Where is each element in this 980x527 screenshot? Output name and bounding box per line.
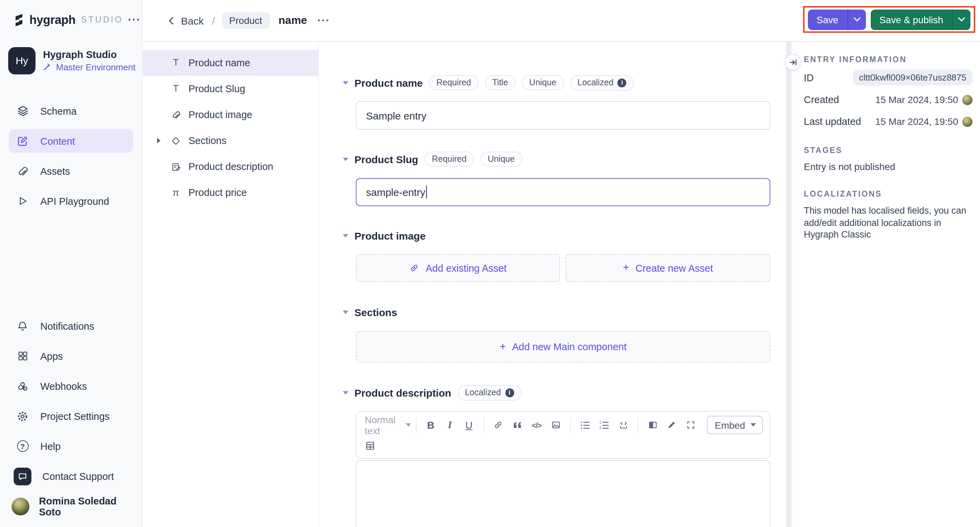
brand-suffix: STUDIO (81, 15, 123, 25)
topbar: Back / Product name ··· Save Save & publ… (143, 0, 980, 42)
sidebar-item-notifications[interactable]: Notifications (9, 314, 133, 338)
collapse-chevron-icon[interactable] (343, 310, 348, 314)
richtext-editor-area[interactable] (356, 460, 770, 527)
link-button[interactable] (488, 416, 508, 434)
highlight-pen-button[interactable] (662, 416, 681, 434)
field-nav-product-name[interactable]: T Product name (143, 50, 318, 76)
localizations-title: LOCALIZATIONS (804, 190, 882, 198)
richtext-toolbar: Normal text B I U </> (356, 411, 770, 459)
sidebar-item-label: Help (40, 441, 61, 452)
panel-collapse-button[interactable] (785, 54, 801, 70)
code-block-button[interactable] (614, 416, 633, 434)
sidebar-item-label: Assets (40, 165, 70, 176)
field-label: Sections (355, 306, 397, 318)
field-nav-product-price[interactable]: π Product price (143, 179, 318, 205)
sidebar-item-help[interactable]: ? Help (9, 434, 133, 458)
field-nav-product-image[interactable]: Product image (143, 102, 318, 128)
text-style-selector[interactable]: Normal text (365, 414, 411, 436)
required-badge: Required (429, 75, 478, 90)
product-description-field-header: Product description Localized i (343, 386, 522, 399)
back-chevron-icon (167, 16, 175, 25)
paperclip-icon (171, 110, 181, 120)
save-dropdown-caret[interactable] (847, 9, 865, 30)
sidebar-item-label: Notifications (40, 321, 94, 332)
image-button[interactable] (546, 416, 565, 434)
user-avatar (12, 497, 29, 515)
product-name-input[interactable]: Sample entry (356, 101, 770, 130)
bold-button[interactable]: B (421, 416, 440, 434)
component-diamond-icon (171, 135, 181, 146)
workspace-switcher[interactable]: Hy Hygraph Studio Master Environment (8, 46, 137, 75)
italic-button[interactable]: I (440, 416, 459, 434)
sidebar-item-contact-support[interactable]: Contact Support (9, 464, 133, 488)
add-existing-asset-button[interactable]: Add existing Asset (356, 254, 560, 282)
entry-info-title: ENTRY INFORMATION (804, 55, 907, 63)
localizations-text: This model has localised fields, you can… (804, 205, 977, 241)
workspace-more-button[interactable]: ··· (128, 16, 141, 23)
save-button[interactable]: Save (808, 9, 865, 30)
paperclip-icon (16, 165, 29, 177)
underline-button[interactable]: U (459, 416, 478, 434)
edit-icon (16, 135, 29, 147)
entry-info-panel: ENTRY INFORMATION ID cltt0kwfl009×06te7u… (795, 42, 980, 527)
sidebar-item-assets[interactable]: Assets (9, 159, 133, 183)
text-field-icon: T (171, 59, 181, 68)
sidebar-item-project-settings[interactable]: Project Settings (9, 404, 133, 428)
sidebar-item-label: Apps (40, 351, 63, 362)
updated-label: Last updated (804, 116, 861, 127)
back-button[interactable]: Back (167, 15, 204, 26)
title-badge: Title (485, 75, 515, 90)
webhook-icon (16, 380, 29, 392)
sidebar-item-api-playground[interactable]: API Playground (9, 189, 133, 213)
entry-id-value[interactable]: cltt0kwfl009×06te7usz8875 (853, 70, 972, 85)
save-publish-dropdown-caret[interactable] (952, 9, 970, 30)
field-nav-product-slug[interactable]: T Product Slug (143, 76, 318, 102)
id-label: ID (804, 72, 814, 83)
sidebar-item-schema[interactable]: Schema (9, 99, 133, 123)
grid-icon (16, 350, 29, 362)
more-options-button[interactable]: ··· (317, 14, 330, 27)
expand-chevron-icon[interactable] (157, 138, 161, 143)
sidebar-item-label: Webhooks (40, 381, 87, 392)
field-label: Product name (355, 77, 423, 88)
sections-field-header: Sections (343, 305, 397, 319)
info-icon[interactable]: i (505, 388, 514, 397)
vertical-scrollbar[interactable] (786, 42, 791, 527)
collapse-chevron-icon[interactable] (343, 234, 348, 237)
environment-link[interactable]: Master Environment (43, 62, 135, 72)
updater-avatar (962, 116, 972, 127)
breadcrumb-separator: / (212, 15, 215, 26)
layers-icon (16, 105, 29, 117)
sidebar-item-label: API Playground (40, 195, 109, 206)
product-slug-input[interactable]: sample-entry (356, 178, 770, 206)
inline-code-button[interactable]: </> (527, 416, 546, 434)
table-columns-button[interactable] (643, 416, 662, 434)
sidebar-item-label: Content (40, 135, 75, 146)
model-badge[interactable]: Product (222, 12, 270, 29)
embed-button[interactable]: Embed (706, 416, 763, 434)
user-menu[interactable]: Romina Soledad Soto (9, 494, 133, 518)
table-button[interactable] (361, 437, 380, 455)
brand-name: hygraph (29, 13, 75, 27)
sidebar-item-label: Project Settings (40, 411, 110, 422)
field-nav-product-description[interactable]: Product description (143, 154, 318, 179)
collapse-chevron-icon[interactable] (343, 391, 348, 394)
fullscreen-button[interactable] (681, 416, 700, 434)
field-label: Product image (355, 230, 425, 241)
sidebar-item-content[interactable]: Content (9, 129, 133, 153)
bullet-list-button[interactable] (575, 416, 595, 434)
field-nav-panel: T Product name T Product Slug Product im… (143, 42, 319, 527)
sidebar-item-apps[interactable]: Apps (9, 344, 133, 368)
richtext-icon (171, 162, 181, 172)
create-new-asset-button[interactable]: + Create new Asset (565, 254, 770, 282)
sidebar-item-webhooks[interactable]: Webhooks (9, 374, 133, 398)
blockquote-button[interactable] (508, 416, 527, 434)
collapse-chevron-icon[interactable] (343, 157, 348, 161)
info-icon[interactable]: i (618, 78, 627, 87)
unique-badge: Unique (522, 75, 564, 90)
save-publish-button[interactable]: Save & publish (870, 9, 970, 30)
collapse-chevron-icon[interactable] (343, 81, 348, 84)
field-nav-sections[interactable]: Sections (143, 128, 318, 154)
add-main-component-button[interactable]: + Add new Main component (356, 331, 770, 362)
numbered-list-button[interactable]: 12 (595, 416, 614, 434)
